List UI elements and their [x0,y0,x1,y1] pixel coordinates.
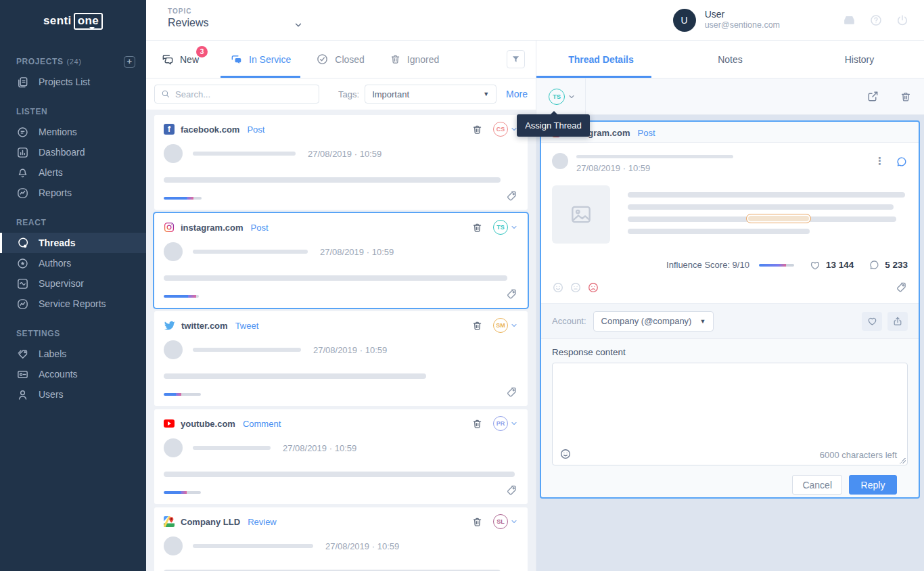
chevron-down-icon[interactable] [510,518,518,526]
tab-closed[interactable]: Closed [316,41,365,78]
thread-type-link[interactable]: Post [250,223,268,233]
tab-ignored[interactable]: Ignored [390,41,439,78]
tag-icon[interactable] [505,386,518,398]
chevron-down-icon[interactable] [510,321,518,329]
like-button[interactable] [862,312,882,331]
sidebar-item-threads[interactable]: Threads [0,233,146,253]
tag-icon[interactable] [505,189,518,202]
more-filters-link[interactable]: More [506,89,528,99]
trash-icon[interactable] [471,222,483,233]
assignee-badge[interactable]: SL [493,514,508,529]
search-box[interactable] [154,85,319,104]
assign-thread-control[interactable]: TS [549,89,576,105]
topic-selector[interactable]: TOPIC Reviews [146,0,322,40]
assignee-badge[interactable]: TS [493,220,508,235]
thread-type-link[interactable]: Tweet [235,321,259,331]
thread-list: f facebook.com Post CS 27/08/2019 · 10:5… [146,110,536,571]
service-reports-icon [16,298,29,311]
chevron-down-icon[interactable] [510,419,518,428]
user-avatar[interactable]: U [673,9,696,32]
sidebar-item-label: Reports [39,187,72,198]
tab-thread-details[interactable]: Thread Details [536,41,666,78]
sidebar-item-labels[interactable]: Labels [0,344,146,364]
trash-icon[interactable] [900,91,912,103]
power-icon[interactable] [896,14,909,27]
thread-date: 27/08/2019 · 10:59 [283,443,356,453]
tab-in-service[interactable]: In Service [230,41,291,78]
thread-type-link[interactable]: Comment [243,419,281,429]
topbar-icons [842,13,909,27]
account-select[interactable]: Company (@company) ▼ [593,311,714,332]
sidebar-item-accounts[interactable]: Accounts [0,364,146,384]
reply-bubble-icon[interactable] [896,156,908,168]
card-footer [164,288,518,300]
resize-handle[interactable] [900,457,906,463]
thread-source: Company LLD [181,517,240,527]
thread-card-instagram[interactable]: instagram.com Post TS 27/08/2019 · 10:59 [154,213,528,308]
trash-icon[interactable] [471,418,483,430]
emoji-picker-icon[interactable] [559,448,572,460]
post-body [552,185,908,244]
trash-icon[interactable] [471,320,483,332]
thread-card-company[interactable]: Company LLD Review SL 27/08/2019 · 10:59 [154,507,528,571]
filter-button[interactable] [507,50,525,68]
tab-new[interactable]: New 3 [161,41,199,78]
thread-card-twitter[interactable]: twitter.com Tweet SM 27/08/2019 · 10:59 [154,311,528,406]
add-project-button[interactable]: + [124,56,135,68]
assignee-badge[interactable]: TS [549,89,565,105]
thread-card-facebook[interactable]: f facebook.com Post CS 27/08/2019 · 10:5… [154,115,528,210]
trash-icon[interactable] [471,124,483,135]
sidebar-item-users[interactable]: Users [0,384,146,405]
chevron-down-icon[interactable] [510,223,518,231]
accounts-icon [16,368,29,381]
sidebar-item-projects-list[interactable]: Projects List [0,72,146,92]
positive-sentiment-icon[interactable] [552,281,564,294]
threads-panel: New 3 In Service Closed Ignored [146,41,536,571]
authors-icon [16,257,29,270]
assignee-badge[interactable]: PR [493,416,508,431]
thread-card-youtube[interactable]: youtube.com Comment PR 27/08/2019 · 10:5… [154,409,528,504]
comments-stat: 5 233 [869,259,908,271]
tags-select[interactable]: Important ▼ [365,85,496,104]
response-buttons: Cancel Reply [552,465,908,495]
chevron-down-icon[interactable] [568,93,576,101]
tag-icon[interactable] [505,288,518,300]
topic-label: TOPIC [168,7,322,15]
assignee-badge[interactable]: CS [493,122,508,137]
toolbar-actions [867,90,912,103]
help-icon[interactable] [869,14,883,27]
sidebar-item-dashboard[interactable]: Dashboard [0,142,146,162]
sidebar-item-mentions[interactable]: Mentions [0,122,146,142]
post-type-link[interactable]: Post [637,128,655,138]
tag-icon[interactable] [895,281,908,294]
chevron-down-icon[interactable] [294,20,303,30]
tags-label: Tags: [338,89,359,99]
trash-icon[interactable] [471,516,483,528]
ignored-tab-icon [390,53,401,65]
sidebar-item-authors[interactable]: Authors [0,253,146,273]
toolbar-divider [585,78,586,115]
sidebar-item-service-reports[interactable]: Service Reports [0,294,146,314]
thread-status-tabs: New 3 In Service Closed Ignored [146,41,536,78]
cancel-button[interactable]: Cancel [792,475,842,495]
tab-history[interactable]: History [795,41,924,78]
post-date: 27/08/2019 · 10:59 [576,163,733,173]
open-external-icon[interactable] [867,90,879,103]
share-button[interactable] [887,312,908,331]
reply-button[interactable]: Reply [849,475,897,495]
inbox-icon[interactable] [842,13,856,27]
neutral-sentiment-icon[interactable] [570,281,582,294]
avatar [552,153,568,169]
sidebar-item-alerts[interactable]: Alerts [0,162,146,183]
thread-type-link[interactable]: Review [248,517,277,527]
content-placeholder [164,472,515,477]
tag-icon[interactable] [505,484,518,497]
assignee-badge[interactable]: SM [493,318,508,333]
negative-sentiment-icon[interactable] [587,281,599,294]
search-input[interactable] [175,89,313,99]
kebab-menu-icon[interactable]: ⋮ [875,156,885,166]
sidebar-item-reports[interactable]: Reports [0,183,146,203]
tab-notes[interactable]: Notes [666,41,795,78]
thread-type-link[interactable]: Post [247,124,264,135]
sidebar-item-supervisor[interactable]: Supervisor [0,273,146,294]
